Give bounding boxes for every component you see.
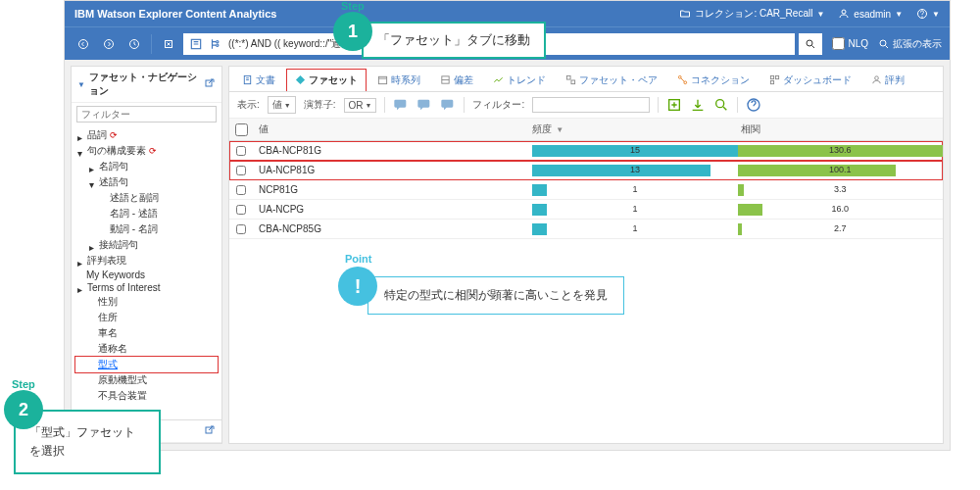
table-row[interactable]: NCP81G13.3 bbox=[229, 180, 943, 200]
refresh-icon[interactable]: ⟳ bbox=[110, 130, 118, 140]
tree-item-label: 車名 bbox=[98, 326, 118, 340]
table-row[interactable]: UA-NCPG116.0 bbox=[229, 200, 943, 220]
row-checkbox[interactable] bbox=[229, 224, 253, 234]
table-row[interactable]: CBA-NCP81G15130.6 bbox=[229, 141, 943, 161]
nlq-toggle[interactable]: NLQ bbox=[826, 37, 874, 50]
tab-time[interactable]: 時系列 bbox=[368, 69, 429, 91]
cell-corr: 3.3 bbox=[738, 183, 943, 197]
tab-doc[interactable]: 文書 bbox=[233, 69, 284, 91]
refresh-icon[interactable]: ⟳ bbox=[149, 146, 157, 156]
cell-value: UA-NCP81G bbox=[253, 165, 532, 175]
th-checkbox[interactable] bbox=[229, 119, 253, 140]
search-icon bbox=[805, 38, 816, 50]
cell-value: CBA-NCP85G bbox=[253, 223, 532, 234]
tab-dev[interactable]: 偏差 bbox=[431, 69, 482, 91]
sidebar: ▼ ファセット・ナビゲーション ▸品詞 ⟳▾句の構成要素 ⟳▸名詞句▾述語句述語… bbox=[71, 66, 222, 444]
tab-rep[interactable]: 評判 bbox=[862, 69, 913, 91]
tree-item[interactable]: 車名 bbox=[75, 325, 218, 341]
tree-item[interactable]: 原動機型式 bbox=[75, 372, 218, 388]
tree-item-label: 句の構成要素 bbox=[87, 144, 146, 158]
tree-item[interactable]: ▸品詞 ⟳ bbox=[75, 127, 218, 143]
popout-icon[interactable] bbox=[204, 425, 216, 437]
back-button[interactable] bbox=[73, 33, 94, 55]
tab-label: 文書 bbox=[256, 74, 275, 87]
bubble-or-icon[interactable] bbox=[416, 97, 432, 113]
tree-item[interactable]: 住所 bbox=[75, 310, 218, 325]
table-row[interactable]: CBA-NCP85G12.7 bbox=[229, 220, 943, 239]
export-icon[interactable] bbox=[666, 97, 682, 113]
tree-item[interactable]: 動詞 - 名詞 bbox=[75, 221, 218, 237]
tree-item[interactable]: ▾述語句 bbox=[75, 174, 218, 190]
tree-item[interactable]: 通称名 bbox=[75, 341, 218, 357]
sidebar-filter-input[interactable] bbox=[76, 106, 217, 122]
zoom-icon[interactable] bbox=[713, 97, 729, 113]
tree-item[interactable]: ▸評判表現 bbox=[75, 253, 218, 269]
svg-point-26 bbox=[716, 100, 724, 108]
top-bar-right: コレクション: CAR_Recall ▼ esadmin ▼ ▼ bbox=[679, 7, 940, 21]
step2-circle: 2 bbox=[4, 390, 43, 429]
clear-button[interactable] bbox=[158, 33, 179, 55]
tree-item[interactable]: ▸Terms of Interest bbox=[75, 281, 218, 294]
expand-link[interactable]: 拡張の表示 bbox=[878, 37, 942, 51]
back-icon bbox=[77, 38, 89, 50]
bubble-not-icon[interactable] bbox=[440, 97, 456, 113]
tab-dash[interactable]: ダッシュボード bbox=[760, 69, 860, 91]
app-window: IBM Watson Explorer Content Analytics コレ… bbox=[64, 0, 951, 451]
svg-rect-22 bbox=[775, 75, 778, 78]
tree-item[interactable]: ▾句の構成要素 ⟳ bbox=[75, 143, 218, 159]
th-value[interactable]: 値 bbox=[253, 119, 526, 140]
row-checkbox[interactable] bbox=[229, 205, 253, 215]
expand-label: 拡張の表示 bbox=[893, 37, 942, 51]
tree-item[interactable]: 性別 bbox=[75, 294, 218, 310]
svg-rect-21 bbox=[770, 75, 773, 78]
tree-item[interactable]: ▸接続詞句 bbox=[75, 237, 218, 253]
sidebar-title: ファセット・ナビゲーション bbox=[89, 71, 204, 98]
time-icon bbox=[377, 74, 388, 87]
th-corr[interactable]: 相関 bbox=[735, 119, 943, 140]
tree-item[interactable]: 述語と副詞 bbox=[75, 190, 218, 206]
main-panel: 文書ファセット時系列偏差トレンドファセット・ペアコネクションダッシュボード評判 … bbox=[228, 66, 944, 444]
cell-value: UA-NCPG bbox=[253, 204, 532, 215]
step-label-1: Step bbox=[341, 0, 365, 12]
tab-conn[interactable]: コネクション bbox=[668, 69, 759, 91]
collapse-icon[interactable]: ▼ bbox=[77, 80, 85, 89]
tab-trend[interactable]: トレンド bbox=[484, 69, 555, 91]
row-checkbox[interactable] bbox=[229, 185, 253, 195]
collection-dropdown[interactable]: コレクション: CAR_Recall ▼ bbox=[679, 7, 824, 21]
popout-icon[interactable] bbox=[204, 78, 216, 90]
search-button[interactable] bbox=[799, 33, 822, 55]
help-icon[interactable] bbox=[746, 97, 761, 113]
tree-item[interactable]: 不具合装置 bbox=[75, 388, 218, 404]
tab-pair[interactable]: ファセット・ペア bbox=[557, 69, 666, 91]
cell-freq: 1 bbox=[532, 222, 737, 236]
chevron-right-icon: ▸ bbox=[77, 258, 84, 265]
bubble-and-icon[interactable] bbox=[393, 97, 409, 113]
th-freq[interactable]: 頻度▼ bbox=[526, 119, 734, 140]
tree-item[interactable]: ▸名詞句 bbox=[75, 159, 218, 174]
nlq-checkbox[interactable] bbox=[832, 37, 845, 50]
display-dropdown[interactable]: 値 ▼ bbox=[268, 96, 296, 114]
cell-value: NCP81G bbox=[253, 184, 532, 195]
help-button[interactable]: ▼ bbox=[916, 8, 940, 20]
app-title: IBM Watson Explorer Content Analytics bbox=[74, 8, 679, 20]
query-icon[interactable] bbox=[189, 37, 203, 51]
tree-item[interactable]: My Keywords bbox=[75, 269, 218, 281]
tree-item[interactable]: 名詞 - 述語 bbox=[75, 206, 218, 221]
help-icon bbox=[916, 8, 928, 20]
forward-button[interactable] bbox=[98, 33, 120, 55]
tab-diamond[interactable]: ファセット bbox=[286, 69, 367, 91]
dash-icon bbox=[769, 74, 780, 87]
download-icon[interactable] bbox=[690, 97, 706, 113]
facet-tree: ▸品詞 ⟳▾句の構成要素 ⟳▸名詞句▾述語句述語と副詞名詞 - 述語動詞 - 名… bbox=[72, 125, 221, 408]
refresh-button[interactable] bbox=[123, 33, 145, 55]
operator-dropdown[interactable]: OR ▼ bbox=[344, 98, 377, 113]
filter-input[interactable] bbox=[532, 97, 650, 113]
refresh-icon bbox=[128, 38, 140, 50]
row-checkbox[interactable] bbox=[229, 166, 253, 175]
chevron-right-icon: ▸ bbox=[77, 132, 84, 139]
user-dropdown[interactable]: esadmin ▼ bbox=[838, 8, 903, 20]
row-checkbox[interactable] bbox=[229, 146, 253, 156]
tree-item[interactable]: 型式 bbox=[75, 357, 218, 372]
tree-icon[interactable] bbox=[209, 37, 222, 51]
table-row[interactable]: UA-NCP81G13100.1 bbox=[229, 161, 943, 180]
